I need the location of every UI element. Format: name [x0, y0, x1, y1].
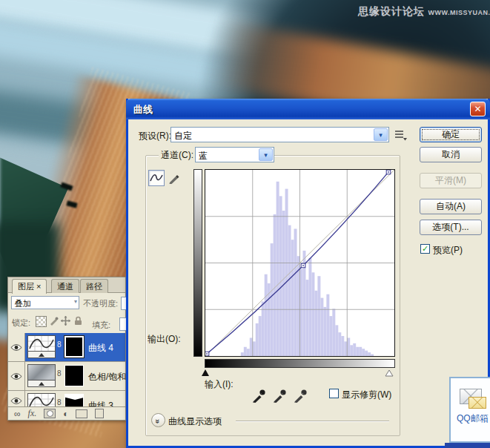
curves-graph-svg [205, 170, 394, 356]
layers-panel-tabbar: 图层 × 通道 路径 [8, 277, 125, 293]
channel-select[interactable]: 蓝 ▾ [195, 147, 274, 162]
display-options-label: 曲线显示选项 [168, 415, 222, 428]
preset-label: 预设(R): [139, 130, 171, 142]
auto-button[interactable]: 自动(A) [420, 199, 482, 214]
add-mask-icon[interactable] [44, 409, 56, 418]
hue-saturation-thumbnail[interactable] [27, 364, 56, 387]
smooth-button: 平滑(M) [420, 173, 482, 188]
mask-link-icon[interactable]: 8 [57, 340, 62, 349]
layers-panel: 图层 × 通道 路径 叠加 ▾ 不透明度: 锁定: 填充: [7, 277, 126, 421]
photo-ear-mark [66, 200, 77, 208]
fill-label: 填充: [92, 320, 110, 331]
chevron-down-icon: ▾ [74, 298, 77, 305]
visibility-cell[interactable] [8, 333, 25, 361]
adjustment-slider-strip [28, 380, 55, 386]
input-gradient-bar [205, 359, 395, 368]
edit-points-tool-button[interactable] [148, 170, 165, 186]
mask-link-icon[interactable]: 8 [57, 369, 62, 378]
watermark: 思缘设计论坛 WWW.MISSYUAN.COM [358, 4, 490, 19]
layer-name[interactable]: 曲线 4 [88, 342, 113, 355]
divider [236, 421, 389, 421]
hue-sat-thumb-icon [28, 365, 55, 381]
photo-blind-stripe [0, 0, 371, 78]
lock-paint-icon[interactable] [49, 316, 59, 326]
preset-select[interactable]: 自定 ▾ [170, 127, 389, 142]
qq-mail-label[interactable]: QQ邮箱 [457, 412, 489, 425]
layer-mask-thumbnail[interactable] [64, 336, 84, 358]
qq-mail-popup[interactable]: QQ邮箱 [449, 377, 490, 443]
preset-value: 自定 [174, 130, 192, 142]
preview-label: 预览(P) [433, 244, 463, 257]
options-button[interactable]: 选项(T)... [420, 220, 482, 235]
tab-layers[interactable]: 图层 × [12, 279, 47, 294]
display-options-expander[interactable]: » [151, 413, 165, 427]
cancel-button[interactable]: 取消 [420, 147, 482, 162]
layer-style-icon[interactable]: fx. [28, 408, 37, 419]
dialog-titlebar[interactable]: 曲线 ✕ [126, 99, 490, 119]
screenshot-root: 思缘设计论坛 WWW.MISSYUAN.COM 图层 × 通道 路径 叠加 ▾ … [0, 0, 490, 448]
photo-ear-mark [60, 182, 73, 191]
lock-all-icon[interactable] [73, 316, 83, 326]
input-label: 输入(I): [205, 378, 234, 391]
output-label: 输出(O): [148, 333, 181, 346]
white-point-slider[interactable] [385, 369, 394, 377]
white-point-eyedropper-icon[interactable] [294, 386, 308, 403]
chevron-down-icon: ▾ [374, 128, 388, 141]
output-gradient-bar [193, 169, 202, 357]
adjustment-slider-strip [28, 351, 55, 358]
curves-thumb-icon [28, 336, 55, 352]
layer-row-curves-4[interactable]: 8 曲线 4 [8, 333, 125, 362]
gray-point-eyedropper-icon[interactable] [273, 386, 288, 403]
photo-cat-ear [0, 142, 95, 294]
close-icon: ✕ [474, 104, 481, 114]
close-button[interactable]: ✕ [470, 102, 486, 116]
opacity-label: 不透明度: [83, 298, 118, 309]
curves-dialog: 曲线 ✕ 预设(R): 自定 ▾ 确定 取消 平滑(M) 自动(A) 选项(T)… [126, 99, 490, 448]
dialog-title: 曲线 [133, 103, 153, 116]
dialog-body: 预设(R): 自定 ▾ 确定 取消 平滑(M) 自动(A) 选项(T)... ✓… [126, 119, 490, 448]
eye-icon[interactable] [10, 397, 22, 405]
double-chevron-icon: » [155, 418, 162, 421]
channel-value: 蓝 [199, 150, 208, 162]
mask-link-icon[interactable]: 8 [57, 398, 62, 406]
layer-mask-thumbnail[interactable] [64, 365, 84, 386]
preset-options-icon[interactable] [394, 129, 408, 141]
eye-icon[interactable] [10, 343, 22, 352]
blend-mode-select[interactable]: 叠加 ▾ [11, 296, 79, 309]
lock-position-icon[interactable] [61, 316, 70, 326]
black-point-slider[interactable] [202, 369, 209, 376]
eye-icon[interactable] [10, 372, 22, 381]
link-layers-icon[interactable]: ∞ [14, 409, 21, 419]
new-group-icon[interactable] [76, 409, 87, 418]
layer-row-hue-saturation[interactable]: 8 色相/饱和度 [8, 362, 125, 391]
tab-paths[interactable]: 路径 [80, 279, 108, 293]
draw-curve-tool-button[interactable] [166, 170, 182, 186]
chevron-down-icon: ▾ [259, 148, 273, 161]
new-adjustment-layer-icon[interactable]: ◐ [63, 409, 68, 419]
lock-label: 锁定: [12, 317, 30, 329]
layers-footer: ∞ fx. ◐ [8, 406, 125, 420]
curves-adjustment-thumbnail[interactable] [27, 335, 56, 358]
watermark-site-url: WWW.MISSYUAN.COM [428, 9, 490, 16]
pencil-icon [168, 172, 180, 184]
visibility-cell[interactable] [8, 362, 25, 390]
check-icon: ✓ [422, 244, 428, 253]
mask-white-area [65, 395, 83, 400]
channel-label: 通道(C): [159, 149, 196, 162]
curves-graph[interactable] [205, 169, 395, 357]
preview-checkbox[interactable]: ✓ [420, 244, 430, 254]
black-point-eyedropper-icon[interactable] [252, 386, 267, 403]
show-clipping-checkbox[interactable] [329, 389, 339, 398]
show-clipping-label: 显示修剪(W) [342, 389, 391, 401]
new-mail-envelope-icon [469, 397, 486, 409]
new-layer-icon[interactable] [95, 409, 104, 418]
curve-tool-icon [150, 174, 163, 182]
tab-channels[interactable]: 通道 [51, 279, 79, 293]
watermark-site-name: 思缘设计论坛 [358, 5, 425, 17]
ok-button[interactable]: 确定 [420, 127, 482, 142]
lock-transparency-icon[interactable] [36, 316, 47, 327]
taskbar-edge [445, 443, 490, 448]
blend-mode-value: 叠加 [15, 298, 31, 309]
add-mask-circle [47, 410, 53, 417]
